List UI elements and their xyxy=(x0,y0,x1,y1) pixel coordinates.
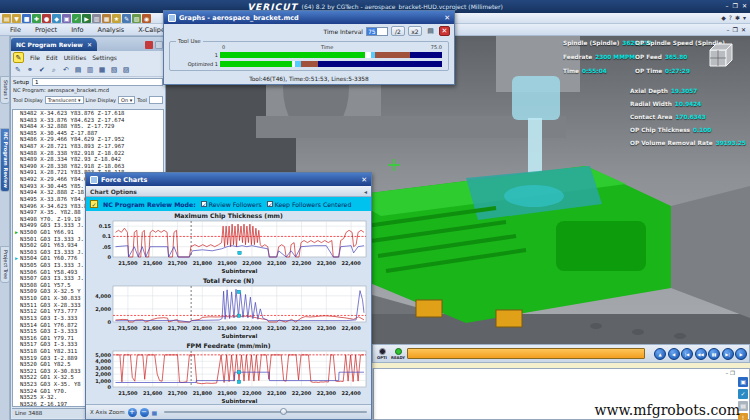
check-circle-icon[interactable]: ✓ xyxy=(738,389,748,399)
highlight-edit-icon[interactable]: ✎ xyxy=(13,65,23,75)
markup-icon[interactable]: ✔ xyxy=(37,65,47,75)
force-charts-close-icon[interactable]: ✕ xyxy=(361,176,367,184)
nc-program-line[interactable]: N3486 X-29.466 Y84.629 Z-17.952 xyxy=(13,136,163,143)
viewport-control-icon[interactable]: ❐ xyxy=(733,26,738,33)
detach-icon[interactable] xyxy=(155,41,163,49)
nc-edit-mode-icon[interactable]: ✎ xyxy=(13,52,24,63)
new-icon[interactable]: ▤ xyxy=(2,14,11,23)
nc-program-line[interactable]: N3482 X-34.623 Y83.876 Z-17.618 xyxy=(13,110,163,117)
nc-menu-settings[interactable]: Settings xyxy=(92,54,117,61)
nc-menu-edit[interactable]: Edit xyxy=(46,54,58,61)
stop-button[interactable]: ▲ xyxy=(654,348,666,360)
nc-program-line[interactable]: N3487 X-28.721 Y83.893 Z-17.967 xyxy=(13,143,163,150)
follower-marker[interactable] xyxy=(237,371,240,374)
nc-program-line[interactable]: N3485 X-30.445 Z-17.887 xyxy=(13,130,163,137)
follower-marker[interactable] xyxy=(237,380,240,383)
record-flag-icon[interactable] xyxy=(145,41,153,49)
menu-project[interactable]: Project xyxy=(35,26,57,34)
chart-plot[interactable]: 21,50021,60021,70021,80021,90022,00022,1… xyxy=(86,285,373,341)
play-icon[interactable]: ▶ xyxy=(82,14,91,23)
follower-marker[interactable] xyxy=(237,314,240,317)
menu-analysis[interactable]: Analysis xyxy=(97,26,124,34)
force-charts-titlebar[interactable]: Force Charts ✕ xyxy=(86,173,371,186)
tool-display-select[interactable]: Translucent ▾ xyxy=(45,96,84,104)
pause-button[interactable]: ▮▮ xyxy=(708,348,720,360)
menu-file[interactable]: File xyxy=(10,26,21,34)
top-right-icon[interactable]: ▾ xyxy=(743,14,746,21)
menu-info[interactable]: Info xyxy=(71,26,83,34)
window-control-icon[interactable]: ❐ xyxy=(733,2,738,9)
top-right-icon[interactable]: ◆ xyxy=(721,14,726,21)
graphs-red-close-button[interactable]: ✕ xyxy=(439,26,450,36)
play-button[interactable]: ▶ xyxy=(735,348,747,360)
edit-icon[interactable]: ✎ xyxy=(122,14,131,23)
nc-menu-utilities[interactable]: Utilities xyxy=(64,54,87,61)
columns-icon[interactable]: ▥ xyxy=(85,65,95,75)
check-icon[interactable]: ✓ xyxy=(72,14,81,23)
opti-indicator[interactable]: OPTI xyxy=(375,348,389,360)
follower-marker[interactable] xyxy=(237,290,240,293)
nc-menu-file[interactable]: File xyxy=(30,54,40,61)
save-icon[interactable]: ■ xyxy=(22,14,31,23)
block3-icon[interactable]: ▨ xyxy=(121,65,131,75)
target-icon[interactable]: ◉ xyxy=(142,14,151,23)
block2-icon[interactable]: ▧ xyxy=(109,65,119,75)
play-reverse-button[interactable]: ◀ xyxy=(668,348,680,360)
star-icon[interactable]: ★ xyxy=(112,14,121,23)
print-icon[interactable]: ▤ xyxy=(425,26,436,36)
open-icon[interactable]: ▼ xyxy=(12,14,21,23)
top-right-icon[interactable]: ✱ xyxy=(735,14,740,21)
graphs-titlebar[interactable]: Graphs - aerospace_bracket.mcd ✕ xyxy=(164,11,454,24)
viewport-control-icon[interactable]: ✕ xyxy=(741,26,746,33)
setup-field[interactable]: 1 xyxy=(32,78,163,86)
chart-options-bar[interactable]: Chart Options ◂ xyxy=(86,186,371,197)
sidebar-tab-project-tree[interactable]: Project Tree xyxy=(0,246,10,283)
layers-icon[interactable]: ▦ xyxy=(102,14,111,23)
tool-use-bar[interactable] xyxy=(220,61,442,67)
to-start-button[interactable]: |◀ xyxy=(681,348,693,360)
nc-program-line[interactable]: N3484 X-32.888 Y85. Z-17.729 xyxy=(13,123,163,130)
orientation-cube-icon[interactable] xyxy=(702,40,738,72)
zoom-in-button[interactable]: + xyxy=(128,408,137,417)
zoom-slider-thumb[interactable] xyxy=(280,408,287,415)
viewport-control-icon[interactable]: – xyxy=(727,26,730,33)
tab-nc-program-review[interactable]: NC Program Review ✕ xyxy=(11,38,97,51)
rewind-button[interactable]: ◀◀ xyxy=(695,348,707,360)
chart-plot[interactable]: 21,50021,60021,70021,80021,90022,00022,1… xyxy=(86,350,373,406)
nc-program-line[interactable]: N3490 X-28.338 Y82.918 Z-18.063 xyxy=(13,163,163,170)
nc-program-line[interactable]: N3483 X-33.876 Y84.623 Z-17.674 xyxy=(13,117,163,124)
keep-followers-centered-checkbox[interactable]: ✓Keep Followers Centered xyxy=(267,201,352,208)
print-icon[interactable]: ▤ xyxy=(73,65,83,75)
line-display-select[interactable]: On ▾ xyxy=(118,96,135,104)
chart-plot[interactable]: 21,50021,60021,70021,80021,90022,00022,1… xyxy=(86,220,373,276)
halve-interval-button[interactable]: /2 xyxy=(391,26,405,36)
nc-tab-close-icon[interactable]: ✕ xyxy=(87,41,92,48)
double-interval-button[interactable]: x2 xyxy=(408,26,422,36)
record-icon[interactable]: ● xyxy=(42,14,51,23)
time-interval-input[interactable]: 75 xyxy=(366,27,388,36)
report-icon[interactable]: ▥ xyxy=(92,14,101,23)
follower-marker[interactable] xyxy=(238,251,241,254)
nc-program-line[interactable]: N3488 X-28.338 Y82.918 Z-18.022 xyxy=(13,150,163,157)
review-followers-checkbox[interactable]: ✓Review Followers xyxy=(201,201,262,208)
sidebar-tab-status-[interactable]: Status ! xyxy=(0,76,10,104)
chart-options-collapse-icon[interactable]: ◂ xyxy=(364,188,367,195)
gem-icon[interactable]: ◆ xyxy=(52,14,61,23)
monitor-icon[interactable]: ▣ xyxy=(738,377,748,387)
tool-field[interactable] xyxy=(149,96,163,104)
zoom-slider[interactable] xyxy=(164,411,367,413)
search-icon[interactable]: ⌕ xyxy=(49,65,59,75)
top-right-icon[interactable]: ? xyxy=(729,14,732,21)
step-forward-button[interactable]: ▶| xyxy=(722,348,734,360)
sidebar-tab-nc-program-review[interactable]: NC Program Review xyxy=(0,128,10,192)
tools-icon[interactable]: ▧ xyxy=(132,14,141,23)
tool-use-bar[interactable] xyxy=(220,52,442,58)
zoom-grid-icon[interactable]: ▦ xyxy=(152,408,161,417)
block1-icon[interactable]: ▦ xyxy=(97,65,107,75)
zoom-out-button[interactable]: − xyxy=(140,408,149,417)
undo-icon[interactable]: ↶ xyxy=(61,65,71,75)
grid-icon[interactable]: ▣ xyxy=(62,14,71,23)
link-icon[interactable]: ⚭ xyxy=(25,65,35,75)
window-control-icon[interactable]: ✕ xyxy=(742,2,747,9)
nc-program-line[interactable]: N3489 X-28.334 Y82.93 Z-18.042 xyxy=(13,156,163,163)
